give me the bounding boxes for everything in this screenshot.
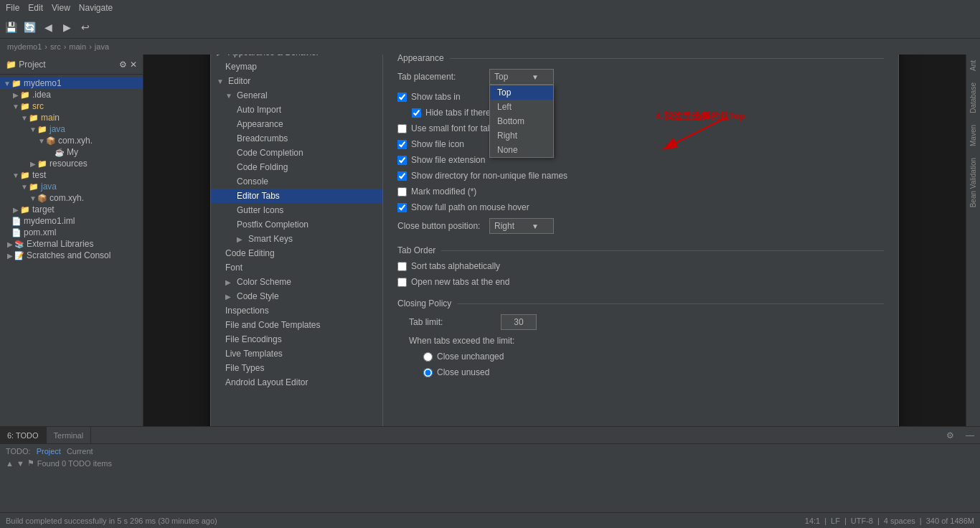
- tree-item-test-java[interactable]: ▼ 📁 java: [0, 181, 143, 192]
- todo-current-tab[interactable]: Current: [67, 447, 93, 456]
- toolbar-btn-back[interactable]: ◀: [40, 19, 56, 35]
- tab-limit-input[interactable]: [501, 314, 537, 330]
- bottom-minimize-icon[interactable]: —: [960, 430, 980, 440]
- nav-item-appearance[interactable]: Appearance: [211, 117, 382, 131]
- todo-project-tab[interactable]: Project: [37, 447, 61, 456]
- sort-tabs-label[interactable]: Sort tabs alphabetically: [397, 261, 500, 271]
- close-button-select[interactable]: Right ▼: [489, 218, 554, 234]
- close-unchanged-label[interactable]: Close unchanged: [423, 352, 504, 362]
- show-directory-label[interactable]: Show directory for non-unique file names: [397, 171, 567, 181]
- tab-placement-btn[interactable]: Top ▼: [489, 69, 554, 85]
- tree-item-iml[interactable]: 📄 mydemo1.iml: [0, 215, 143, 227]
- open-new-tabs-label[interactable]: Open new tabs at the end: [397, 277, 509, 287]
- open-new-tabs-checkbox[interactable]: [397, 278, 407, 287]
- bc-main[interactable]: main: [69, 42, 86, 51]
- toolbar-btn-forward[interactable]: ▶: [59, 19, 75, 35]
- bottom-settings-icon[interactable]: ⚙: [941, 430, 960, 440]
- menu-item-file[interactable]: File: [6, 3, 19, 13]
- show-file-icon-checkbox[interactable]: [397, 140, 407, 149]
- todo-down-btn[interactable]: ▼: [17, 459, 24, 468]
- right-tab-database[interactable]: Database: [968, 77, 979, 119]
- show-tabs-label[interactable]: Show tabs in: [397, 92, 461, 102]
- nav-item-editor[interactable]: ▼ Editor: [211, 74, 382, 88]
- close-unchanged-radio[interactable]: [423, 352, 433, 362]
- right-tab-maven[interactable]: Maven: [968, 119, 979, 152]
- show-file-icon-label[interactable]: Show file icon: [397, 139, 464, 149]
- nav-item-smart-keys[interactable]: ▶ Smart Keys: [211, 232, 382, 246]
- nav-item-postfix-completion[interactable]: Postfix Completion: [211, 217, 382, 232]
- menu-item-edit[interactable]: Edit: [28, 3, 43, 13]
- close-unused-radio[interactable]: [423, 368, 433, 377]
- menu-item-navigate[interactable]: Navigate: [79, 3, 113, 13]
- mark-modified-checkbox[interactable]: [397, 187, 407, 197]
- tree-item-test-com[interactable]: ▼ 📦 com.xyh.: [0, 192, 143, 204]
- hide-tabs-checkbox[interactable]: [412, 108, 421, 118]
- right-tab-bean-validation[interactable]: Bean Validation: [968, 152, 979, 213]
- nav-item-gutter-icons[interactable]: Gutter Icons: [211, 203, 382, 217]
- tab-placement-dropdown[interactable]: Top Left Bottom Right None: [489, 85, 554, 158]
- menu-item-view[interactable]: View: [52, 3, 70, 13]
- nav-item-inspections[interactable]: Inspections: [211, 303, 382, 318]
- bottom-tab-todo[interactable]: 6: TODO: [0, 427, 47, 444]
- nav-item-code-folding[interactable]: Code Folding: [211, 160, 382, 174]
- nav-item-font[interactable]: Font: [211, 260, 382, 275]
- show-full-path-label[interactable]: Show full path on mouse hover: [397, 202, 529, 212]
- project-gear-icon[interactable]: ✕: [130, 60, 137, 70]
- nav-item-editor-tabs[interactable]: Editor Tabs: [211, 189, 382, 203]
- nav-item-file-code-templates[interactable]: File and Code Templates: [211, 318, 382, 332]
- nav-item-android-layout[interactable]: Android Layout Editor: [211, 375, 382, 390]
- bc-src[interactable]: src: [50, 42, 61, 51]
- nav-item-keymap[interactable]: Keymap: [211, 60, 382, 74]
- toolbar-btn-save[interactable]: 💾: [3, 19, 19, 35]
- tree-item-java[interactable]: ▼ 📁 java: [0, 123, 143, 135]
- tree-item-pom[interactable]: 📄 pom.xml: [0, 227, 143, 238]
- tree-item-main[interactable]: ▼ 📁 main: [0, 112, 143, 123]
- nav-item-color-scheme[interactable]: ▶ Color Scheme: [211, 275, 382, 289]
- mark-modified-label[interactable]: Mark modified (*): [397, 187, 476, 197]
- bottom-tab-terminal[interactable]: Terminal: [47, 427, 92, 444]
- tree-item-src[interactable]: ▼ 📁 src: [0, 100, 143, 112]
- show-file-extension-checkbox[interactable]: [397, 156, 407, 165]
- bc-java[interactable]: java: [95, 42, 109, 51]
- toolbar-btn-undo[interactable]: ↩: [77, 19, 93, 35]
- use-small-font-label[interactable]: Use small font for tabs: [397, 123, 496, 133]
- close-unused-label[interactable]: Close unused: [423, 367, 489, 377]
- tree-item-ext-libs[interactable]: ▶ 📚 External Libraries: [0, 238, 143, 250]
- project-settings-icon[interactable]: ⚙: [119, 60, 127, 70]
- dropdown-item-left[interactable]: Left: [490, 100, 553, 114]
- nav-item-breadcrumbs[interactable]: Breadcrumbs: [211, 131, 382, 146]
- show-directory-checkbox[interactable]: [397, 171, 407, 181]
- nav-item-appearance-behavior[interactable]: ▶ Appearance & Behavior: [211, 55, 382, 60]
- right-tab-ant[interactable]: Ant: [968, 55, 979, 77]
- dropdown-item-top[interactable]: Top: [490, 85, 553, 100]
- tree-item-scratches[interactable]: ▶ 📝 Scratches and Consol: [0, 250, 143, 261]
- use-small-font-checkbox[interactable]: [397, 124, 407, 133]
- tree-item-target[interactable]: ▶ 📁 target: [0, 204, 143, 215]
- tree-item-resources[interactable]: ▶ 📁 resources: [0, 158, 143, 169]
- nav-item-file-types[interactable]: File Types: [211, 361, 382, 375]
- nav-item-file-encodings[interactable]: File Encodings: [211, 332, 382, 346]
- show-tabs-checkbox[interactable]: [397, 93, 407, 102]
- tree-item-idea[interactable]: ▶ 📁 .idea: [0, 89, 143, 100]
- tree-item-com-xyh[interactable]: ▼ 📦 com.xyh.: [0, 135, 143, 146]
- sort-tabs-checkbox[interactable]: [397, 262, 407, 271]
- nav-item-code-style[interactable]: ▶ Code Style: [211, 289, 382, 303]
- tree-item-my[interactable]: ☕ My: [0, 146, 143, 158]
- dropdown-item-right[interactable]: Right: [490, 128, 553, 143]
- tree-item-mydemo1[interactable]: ▼ 📁 mydemo1: [0, 77, 143, 89]
- todo-up-btn[interactable]: ▲: [6, 459, 14, 468]
- close-button-btn[interactable]: Right ▼: [489, 218, 554, 234]
- nav-item-general[interactable]: ▼ General: [211, 88, 382, 103]
- dropdown-item-none[interactable]: None: [490, 143, 553, 157]
- bc-project[interactable]: mydemo1: [7, 42, 42, 51]
- dropdown-item-bottom[interactable]: Bottom: [490, 114, 553, 128]
- nav-item-live-templates[interactable]: Live Templates: [211, 346, 382, 361]
- nav-item-auto-import[interactable]: Auto Import: [211, 103, 382, 117]
- nav-item-code-completion[interactable]: Code Completion: [211, 146, 382, 160]
- show-file-extension-label[interactable]: Show file extension: [397, 155, 485, 165]
- tree-item-test[interactable]: ▼ 📁 test: [0, 169, 143, 181]
- nav-item-code-editing[interactable]: Code Editing: [211, 246, 382, 260]
- toolbar-btn-sync[interactable]: 🔄: [22, 19, 37, 35]
- todo-filter-btn[interactable]: ⚑: [27, 458, 34, 468]
- tab-placement-select[interactable]: Top ▼ Top Left Bottom Right: [489, 69, 554, 85]
